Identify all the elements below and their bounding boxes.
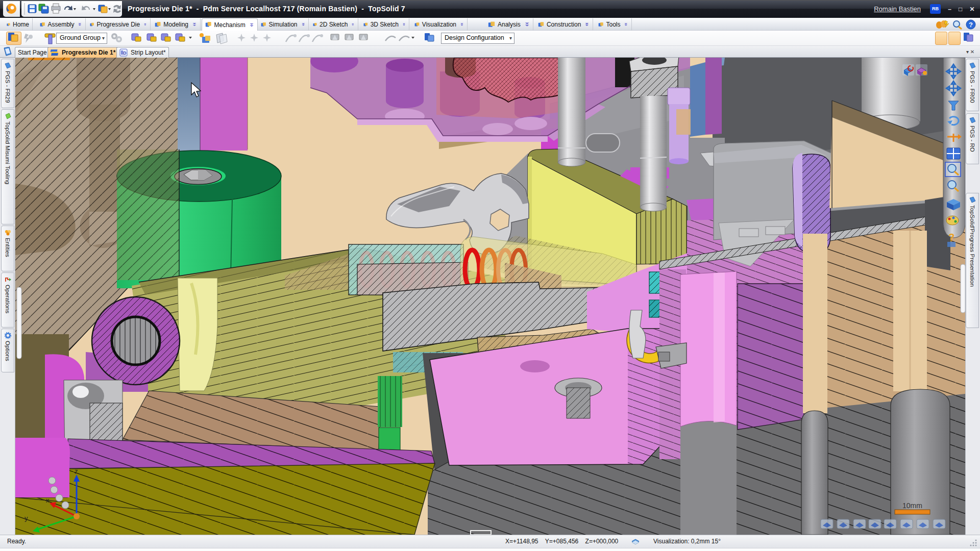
svg-text:z: z [75,467,78,475]
svg-text:10mm: 10mm [902,502,922,510]
svg-text:D: D [123,51,127,56]
svg-text:x: x [46,496,50,504]
svg-text:y: y [24,514,28,522]
svg-text:?: ? [969,21,973,29]
svg-text:?: ? [948,232,954,243]
